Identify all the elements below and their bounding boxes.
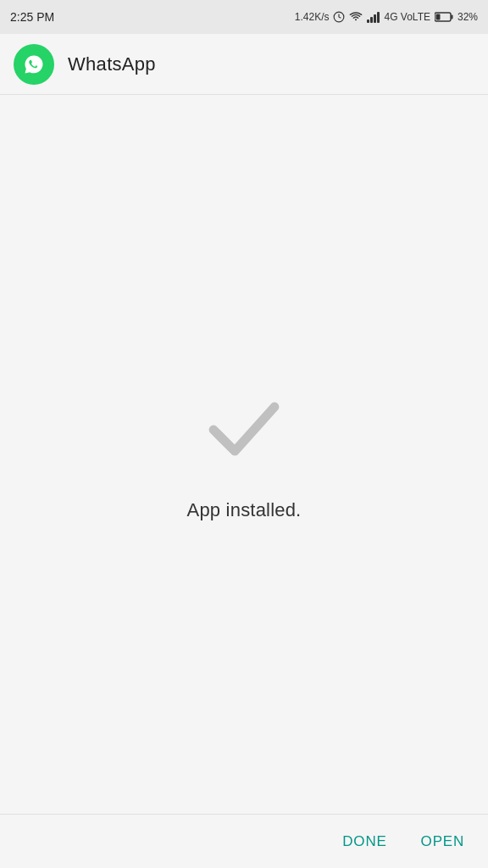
installed-status-text: App installed. (187, 499, 302, 521)
success-checkmark-icon (206, 396, 282, 464)
status-bar: 2:25 PM 1.42K/s 4G VoLTE 32% (0, 0, 488, 34)
svg-rect-2 (451, 15, 452, 19)
network-speed-label: 1.42K/s (295, 11, 330, 23)
open-button[interactable]: OPEN (418, 826, 468, 857)
clock-icon (333, 11, 345, 23)
bottom-action-bar: DONE OPEN (0, 814, 488, 868)
header-title: WhatsApp (68, 53, 156, 75)
svg-rect-3 (435, 14, 440, 20)
battery-level-label: 32% (458, 11, 478, 23)
network-type-label: 4G VoLTE (384, 11, 430, 23)
app-header: WhatsApp (0, 34, 488, 95)
checkmark-container (193, 387, 295, 472)
signal-bars-icon (367, 11, 380, 23)
battery-icon (435, 12, 453, 22)
app-icon (14, 44, 54, 85)
done-button[interactable]: DONE (339, 826, 390, 857)
wifi-icon (349, 11, 363, 23)
status-time: 2:25 PM (10, 10, 54, 24)
whatsapp-logo-icon (19, 49, 49, 80)
main-content: App installed. (0, 95, 488, 814)
status-right-icons: 1.42K/s 4G VoLTE 32% (295, 11, 478, 23)
